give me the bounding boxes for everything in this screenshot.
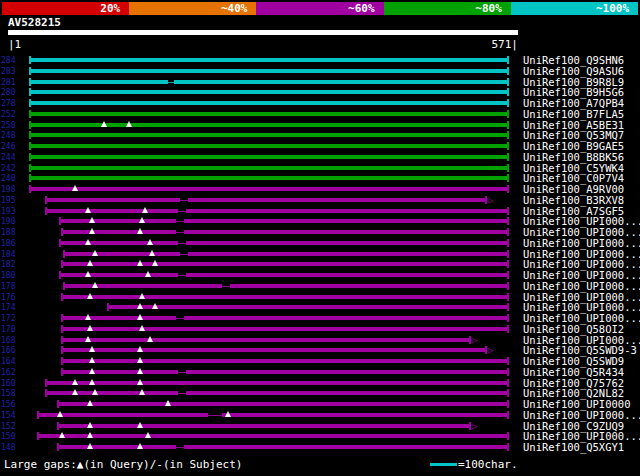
- score-link[interactable]: 180: [1, 271, 15, 280]
- blast-graphical-overview: 20%~40%~60%~80%~100% AV528215 |1 571| 28…: [0, 0, 640, 476]
- score-link[interactable]: 252: [1, 110, 15, 119]
- hit-id-link[interactable]: UniRef100_UPI000...: [523, 281, 640, 292]
- score-link[interactable]: 164: [1, 357, 15, 366]
- alignment-bar[interactable]: [60, 273, 508, 277]
- score-link[interactable]: 250: [1, 121, 15, 130]
- alignment-bar[interactable]: [30, 176, 508, 180]
- alignment-bar[interactable]: [30, 58, 508, 62]
- alignment-bar[interactable]: [60, 219, 508, 223]
- hit-id-link[interactable]: UniRef100_B7FLA5: [523, 109, 624, 120]
- score-link[interactable]: 174: [1, 303, 15, 312]
- alignment-bar[interactable]: [46, 198, 486, 202]
- alignment-bar[interactable]: [62, 327, 508, 331]
- score-link[interactable]: 170: [1, 325, 15, 334]
- alignment-bar[interactable]: [62, 359, 508, 363]
- alignment-bar[interactable]: [30, 101, 508, 105]
- alignment-bar[interactable]: [62, 295, 508, 299]
- score-link[interactable]: 158: [1, 389, 15, 398]
- alignment-bar[interactable]: [62, 370, 508, 374]
- alignment-bar[interactable]: [46, 381, 508, 385]
- score-link[interactable]: 160: [1, 379, 15, 388]
- alignment-bar[interactable]: [58, 402, 508, 406]
- alignment-bar[interactable]: [30, 155, 508, 159]
- query-gap-triangle-icon: [72, 379, 78, 385]
- alignment-bar[interactable]: [30, 69, 508, 73]
- hit-id-link[interactable]: UniRef100_Q5XGY1: [523, 442, 624, 453]
- score-link[interactable]: 240: [1, 174, 15, 183]
- score-link[interactable]: 162: [1, 368, 15, 377]
- score-link[interactable]: 172: [1, 314, 15, 323]
- hit-id-link[interactable]: UniRef100_Q9ASU6: [523, 66, 624, 77]
- subject-gap: [176, 217, 184, 225]
- score-link[interactable]: 166: [1, 346, 15, 355]
- score-link[interactable]: 176: [1, 293, 15, 302]
- alignment-bar[interactable]: [38, 434, 508, 438]
- hit-id-link[interactable]: UniRef100_Q58OI2: [523, 324, 624, 335]
- score-link[interactable]: 178: [1, 282, 15, 291]
- ruler-start-label: |1: [8, 38, 21, 51]
- hit-id-link[interactable]: UniRef100_B8BK56: [523, 152, 624, 163]
- query-gap-triangle-icon: [72, 389, 78, 395]
- score-link[interactable]: 284: [1, 56, 15, 65]
- score-link[interactable]: 283: [1, 67, 15, 76]
- alignment-bar[interactable]: [30, 187, 508, 191]
- score-link[interactable]: 154: [1, 411, 15, 420]
- hit-id-link[interactable]: UniRef100_UPI000...: [523, 238, 640, 249]
- score-link[interactable]: 242: [1, 164, 15, 173]
- alignment-bar[interactable]: [60, 241, 508, 245]
- alignment-bar[interactable]: [62, 348, 486, 352]
- alignment-bar[interactable]: [30, 123, 508, 127]
- score-link[interactable]: 186: [1, 239, 15, 248]
- score-link[interactable]: 248: [1, 131, 15, 140]
- score-link[interactable]: 198: [1, 185, 15, 194]
- alignment-bar[interactable]: [38, 413, 508, 417]
- score-link[interactable]: 195: [1, 196, 15, 205]
- query-bar: [8, 30, 518, 35]
- alignment-row: 148UniRef100_Q5XGY1: [0, 442, 640, 453]
- alignment-bar[interactable]: [62, 230, 508, 234]
- alignment-bar[interactable]: [46, 391, 508, 395]
- score-link[interactable]: 156: [1, 400, 15, 409]
- legend: Large gaps:▲(in Query)/-(in Subject) =10…: [0, 457, 640, 473]
- query-gap-triangle-icon: [85, 239, 91, 245]
- alignment-bar[interactable]: [62, 338, 470, 342]
- score-link[interactable]: 244: [1, 153, 15, 162]
- score-link[interactable]: 193: [1, 207, 15, 216]
- score-link[interactable]: 150: [1, 432, 15, 441]
- alignment-bar[interactable]: [62, 262, 508, 266]
- query-gap-triangle-icon: [59, 432, 65, 438]
- score-link[interactable]: 168: [1, 336, 15, 345]
- score-link[interactable]: 182: [1, 260, 15, 269]
- scale-segment: ~100%: [511, 2, 638, 15]
- alignment-bar[interactable]: [30, 144, 508, 148]
- alignment-bar[interactable]: [64, 284, 508, 288]
- alignment-bar[interactable]: [64, 252, 508, 256]
- score-link[interactable]: 152: [1, 422, 15, 431]
- alignment-bar[interactable]: [58, 424, 470, 428]
- hit-id-link[interactable]: UniRef100_Q5R434: [523, 367, 624, 378]
- score-link[interactable]: 280: [1, 88, 15, 97]
- alignment-bar[interactable]: [30, 112, 508, 116]
- score-link[interactable]: 246: [1, 142, 15, 151]
- score-link[interactable]: 281: [1, 78, 15, 87]
- score-link[interactable]: 188: [1, 228, 15, 237]
- alignment-bar[interactable]: [30, 90, 508, 94]
- hit-id-link[interactable]: UniRef100_B3RXV8: [523, 195, 624, 206]
- alignment-bar[interactable]: [30, 133, 508, 137]
- alignment-bar[interactable]: [30, 80, 508, 84]
- query-gap-triangle-icon: [137, 228, 143, 234]
- query-name[interactable]: AV528215: [8, 16, 61, 29]
- query-gap-triangle-icon: [85, 314, 91, 320]
- score-link[interactable]: 278: [1, 99, 15, 108]
- alignment-bar[interactable]: [108, 305, 508, 309]
- score-link[interactable]: 148: [1, 443, 15, 452]
- query-gap-triangle-icon: [87, 293, 93, 299]
- alignment-bar[interactable]: [30, 166, 508, 170]
- score-link[interactable]: 184: [1, 250, 15, 259]
- score-link[interactable]: 190: [1, 217, 15, 226]
- alignment-bar[interactable]: [46, 209, 508, 213]
- subject-gap: [222, 282, 230, 290]
- hit-id-link[interactable]: UniRef100_UPI000...: [523, 410, 640, 421]
- alignment-bar[interactable]: [62, 316, 508, 320]
- alignment-bar[interactable]: [58, 445, 508, 449]
